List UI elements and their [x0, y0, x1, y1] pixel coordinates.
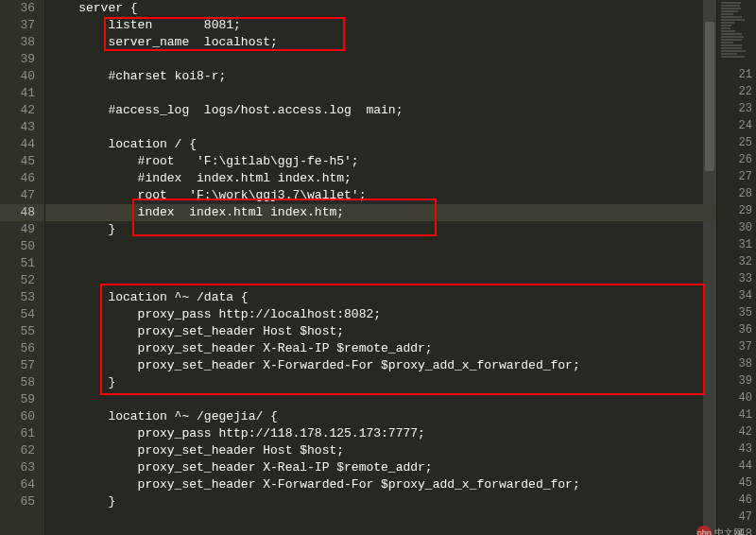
line-number: 57: [0, 357, 44, 374]
line-number: 47: [0, 187, 44, 204]
line-number: 62: [0, 442, 44, 459]
line-number: 60: [0, 408, 44, 425]
line-number-gutter: 3637383940414243444546474849505152535455…: [0, 0, 45, 535]
line-number: 37: [0, 17, 44, 34]
editor-wrap: 3637383940414243444546474849505152535455…: [0, 0, 756, 535]
highlight-box: [104, 17, 345, 51]
right-line-number: 40: [739, 389, 752, 406]
code-line[interactable]: [45, 255, 716, 272]
right-line-number: 35: [739, 304, 752, 321]
minimap[interactable]: [721, 2, 752, 59]
minimap-line: [721, 25, 731, 26]
code-line[interactable]: proxy_set_header Host $host;: [45, 442, 716, 459]
watermark: php 中文网: [696, 526, 743, 535]
code-text: proxy_pass http://118.178.125.173:7777;: [45, 425, 425, 442]
minimap-line: [721, 13, 733, 15]
line-number: 50: [0, 238, 44, 255]
code-line[interactable]: #index index.html index.htm;: [45, 170, 716, 187]
line-number: 65: [0, 493, 44, 510]
right-line-number: 38: [739, 355, 752, 372]
line-number: 54: [0, 306, 44, 323]
code-text: location / {: [45, 136, 197, 153]
line-number: 51: [0, 255, 44, 272]
right-line-number: 39: [739, 372, 752, 389]
minimap-line: [721, 10, 738, 12]
minimap-line: [721, 56, 745, 58]
code-text: #charset koi8-r;: [45, 68, 226, 85]
code-area[interactable]: server { listen 8081; server_name localh…: [45, 0, 716, 535]
code-line[interactable]: server {: [45, 0, 716, 17]
watermark-badge-icon: php: [696, 526, 712, 535]
line-number: 41: [0, 85, 44, 102]
code-text: proxy_set_header X-Forwarded-For $proxy_…: [45, 476, 580, 493]
right-pane: 2122232425262728293031323334353637383940…: [716, 0, 756, 535]
highlight-box: [100, 284, 705, 395]
line-number: 42: [0, 102, 44, 119]
line-number: 63: [0, 459, 44, 476]
minimap-line: [721, 22, 734, 24]
watermark-text: 中文网: [714, 527, 743, 535]
code-line[interactable]: #root 'F:\gitlab\ggj-fe-h5';: [45, 153, 716, 170]
minimap-line: [721, 47, 742, 49]
minimap-line: [721, 27, 730, 29]
code-line[interactable]: proxy_pass http://118.178.125.173:7777;: [45, 425, 716, 442]
code-text: location ^~ /gegejia/ {: [45, 408, 278, 425]
right-line-number: 33: [739, 270, 752, 287]
code-line[interactable]: location ^~ /gegejia/ {: [45, 408, 716, 425]
right-line-number: 28: [739, 185, 752, 202]
code-line[interactable]: [45, 238, 716, 255]
line-number: 39: [0, 51, 44, 68]
code-line[interactable]: proxy_set_header X-Real-IP $remote_addr;: [45, 459, 716, 476]
minimap-line: [721, 5, 740, 7]
right-line-number: 25: [739, 134, 752, 151]
code-line[interactable]: }: [45, 493, 716, 510]
line-number: 49: [0, 221, 44, 238]
code-text: proxy_set_header X-Real-IP $remote_addr;: [45, 459, 433, 476]
right-line-number: 41: [739, 406, 752, 423]
code-line[interactable]: proxy_set_header X-Forwarded-For $proxy_…: [45, 476, 716, 493]
right-line-number: 22: [739, 83, 752, 100]
right-line-number: 45: [739, 475, 752, 492]
code-line[interactable]: #access_log logs/host.access.log main;: [45, 102, 716, 119]
code-text: }: [45, 493, 115, 510]
line-number: 36: [0, 0, 44, 17]
minimap-line: [721, 53, 737, 55]
right-line-number: 30: [739, 219, 752, 236]
right-line-number: 43: [739, 440, 752, 457]
code-text: }: [45, 221, 115, 238]
minimap-line: [721, 42, 733, 43]
right-line-number: 34: [739, 287, 752, 304]
code-text: #index index.html index.htm;: [45, 170, 352, 187]
line-number: 53: [0, 289, 44, 306]
line-number: 48: [0, 204, 44, 221]
code-text: #access_log logs/host.access.log main;: [45, 102, 403, 119]
line-number: 45: [0, 153, 44, 170]
minimap-line: [721, 8, 741, 9]
line-number: 40: [0, 68, 44, 85]
right-line-number: 44: [739, 457, 752, 475]
code-line[interactable]: [45, 119, 716, 136]
minimap-line: [721, 2, 741, 4]
right-line-number: 37: [739, 338, 752, 355]
right-line-number: 21: [739, 66, 752, 83]
minimap-line: [721, 30, 735, 32]
code-text: #root 'F:\gitlab\ggj-fe-h5';: [45, 153, 359, 170]
code-line[interactable]: [45, 85, 716, 102]
minimap-line: [721, 39, 742, 41]
right-line-number: 26: [739, 151, 752, 168]
code-line[interactable]: [45, 51, 716, 68]
code-line[interactable]: #charset koi8-r;: [45, 68, 716, 85]
line-number: 58: [0, 374, 44, 391]
line-number: 64: [0, 476, 44, 493]
line-number: 44: [0, 136, 44, 153]
right-line-number: 32: [739, 253, 752, 270]
minimap-line: [721, 44, 742, 46]
right-line-number: 27: [739, 168, 752, 185]
code-line[interactable]: location / {: [45, 136, 716, 153]
line-number: 61: [0, 425, 44, 442]
right-line-number-gutter: 2122232425262728293031323334353637383940…: [739, 66, 752, 535]
code-lines-container: server { listen 8081; server_name localh…: [45, 0, 716, 510]
line-number: 56: [0, 340, 44, 357]
code-text: proxy_set_header Host $host;: [45, 442, 344, 459]
code-text: server {: [45, 0, 138, 17]
